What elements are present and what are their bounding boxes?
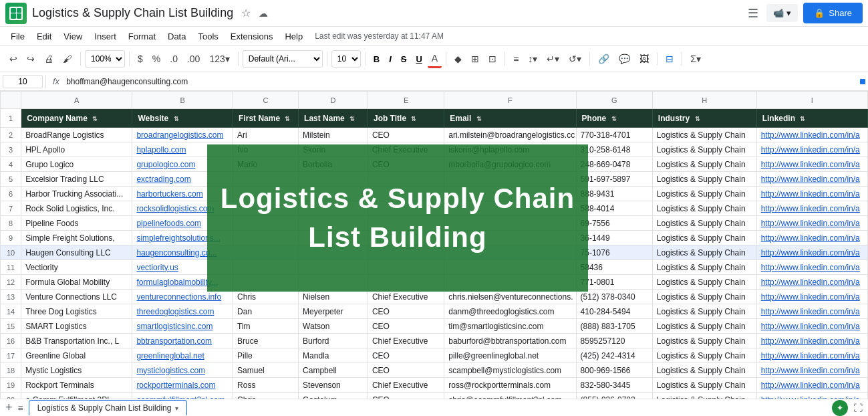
text-color-button[interactable]: A	[428, 50, 442, 68]
undo-button[interactable]: ↩	[5, 51, 21, 67]
col-industry[interactable]: Industry ⇅	[652, 109, 756, 128]
meet-button[interactable]: 📹 ▾	[766, 4, 798, 22]
underline-button[interactable]: U	[412, 51, 426, 67]
align-left-button[interactable]: ≡	[509, 51, 523, 67]
linkedin-cell[interactable]: http://www.linkedin.com/in/a	[756, 157, 867, 172]
col-first-name[interactable]: First Name ⇅	[233, 109, 299, 128]
linkedin-cell[interactable]: http://www.linkedin.com/in/a	[756, 319, 867, 334]
linkedin-cell[interactable]: http://www.linkedin.com/in/a	[756, 393, 867, 399]
table-row[interactable]: 19Rockport Terminalsrockportterminals.co…	[1, 378, 868, 393]
linkedin-cell[interactable]: http://www.linkedin.com/in/a	[756, 363, 867, 378]
borders-button[interactable]: ⊞	[467, 51, 483, 67]
wrap-button[interactable]: ↵▾	[543, 51, 563, 67]
col-website[interactable]: Website ⇅	[132, 109, 233, 128]
website-cell[interactable]: ecommfulfillment3pl.com	[132, 393, 233, 399]
col-header-d[interactable]: D	[299, 92, 368, 109]
document-title[interactable]: Logistics & Supply Chain List Building	[32, 6, 233, 20]
percent-button[interactable]: %	[148, 51, 164, 67]
sheet-list-button[interactable]: ≡	[18, 403, 23, 413]
image-button[interactable]: 🖼	[635, 51, 653, 67]
col-header-g[interactable]: G	[576, 92, 652, 109]
format-number-button[interactable]: 123▾	[205, 51, 233, 67]
linkedin-cell[interactable]: http://www.linkedin.com/in/a	[756, 334, 867, 348]
website-cell[interactable]: bbtransportation.com	[132, 334, 233, 348]
menu-edit[interactable]: Edit	[31, 29, 57, 44]
decimal-more-button[interactable]: .00	[183, 51, 204, 67]
rotate-button[interactable]: ↺▾	[565, 51, 585, 67]
linkedin-cell[interactable]: http://www.linkedin.com/in/a	[756, 216, 867, 231]
col-linkedin[interactable]: Linkedin ⇅	[756, 109, 867, 128]
col-header-b[interactable]: B	[132, 92, 233, 109]
valign-button[interactable]: ↕▾	[524, 51, 541, 67]
decimal-less-button[interactable]: .0	[166, 51, 182, 67]
linkedin-cell[interactable]: http://www.linkedin.com/in/a	[756, 290, 867, 304]
website-cell[interactable]: broadrangelogistics.com	[132, 128, 233, 142]
menu-data[interactable]: Data	[162, 29, 191, 44]
website-cell[interactable]: mysticlogistics.com	[132, 363, 233, 378]
col-header-c[interactable]: C	[233, 92, 299, 109]
font-select[interactable]: Default (Ari...	[243, 50, 323, 68]
menu-view[interactable]: View	[58, 29, 88, 44]
menu-extensions[interactable]: Extensions	[225, 29, 279, 44]
zoom-select[interactable]: 100%	[85, 50, 125, 68]
linkedin-cell[interactable]: http://www.linkedin.com/in/a	[756, 245, 867, 260]
col-header-e[interactable]: E	[368, 92, 444, 109]
col-company-name[interactable]: Company Name ⇅	[21, 109, 132, 128]
linkedin-cell[interactable]: http://www.linkedin.com/in/a	[756, 142, 867, 157]
website-cell[interactable]: rockportterminals.com	[132, 378, 233, 393]
col-phone[interactable]: Phone ⇅	[576, 109, 652, 128]
highlight-button[interactable]: ◆	[450, 51, 466, 67]
menu-tools[interactable]: Tools	[192, 29, 223, 44]
linkedin-cell[interactable]: http://www.linkedin.com/in/a	[756, 304, 867, 319]
linkedin-cell[interactable]: http://www.linkedin.com/in/a	[756, 201, 867, 216]
website-cell[interactable]: greenlineglobal.net	[132, 348, 233, 363]
linkedin-cell[interactable]: http://www.linkedin.com/in/a	[756, 187, 867, 201]
add-sheet-button[interactable]: +	[5, 401, 13, 415]
col-header-f[interactable]: F	[444, 92, 576, 109]
sheet-tab[interactable]: Logistics & Supply Chain List Building ▾	[29, 400, 188, 415]
explore-button[interactable]: ✦	[832, 400, 848, 416]
col-email[interactable]: Email ⇅	[444, 109, 576, 128]
menu-insert[interactable]: Insert	[89, 29, 122, 44]
sum-button[interactable]: Σ▾	[686, 51, 705, 67]
col-header-h[interactable]: H	[652, 92, 756, 109]
print-button[interactable]: 🖨	[40, 51, 57, 67]
linkedin-cell[interactable]: http://www.linkedin.com/in/a	[756, 172, 867, 187]
star-icon[interactable]: ☆	[241, 7, 251, 19]
website-cell[interactable]: threedoglogistics.com	[132, 304, 233, 319]
col-header-a[interactable]: A	[21, 92, 132, 109]
comments-button[interactable]: ☰	[745, 3, 761, 23]
menu-help[interactable]: Help	[279, 29, 308, 44]
table-row[interactable]: 20e-Comm Fulfillment 3PLecommfulfillment…	[1, 393, 868, 399]
menu-format[interactable]: Format	[123, 29, 161, 44]
strikethrough-button[interactable]: S	[397, 51, 411, 67]
table-row[interactable]: 16B&B Transportation Inc., Lbbtransporta…	[1, 334, 868, 348]
bold-button[interactable]: B	[370, 51, 384, 67]
filter-button[interactable]: ⊟	[662, 51, 678, 67]
font-size-select[interactable]: 10	[331, 50, 361, 68]
linkedin-cell[interactable]: http://www.linkedin.com/in/a	[756, 348, 867, 363]
table-row[interactable]: 17Greenline Globalgreenlineglobal.netPil…	[1, 348, 868, 363]
share-button[interactable]: 🔒 Share	[803, 3, 863, 23]
linkedin-cell[interactable]: http://www.linkedin.com/in/a	[756, 260, 867, 275]
merge-button[interactable]: ⊡	[484, 51, 500, 67]
paint-format-button[interactable]: 🖌	[59, 51, 76, 67]
sheet-tab-dropdown[interactable]: ▾	[175, 405, 178, 412]
comment-button[interactable]: 💬	[615, 51, 634, 67]
website-cell[interactable]: smartlogisticsinc.com	[132, 319, 233, 334]
table-row[interactable]: 2BroadRange Logisticsbroadrangelogistics…	[1, 128, 868, 142]
menu-file[interactable]: File	[5, 29, 30, 44]
linkedin-cell[interactable]: http://www.linkedin.com/in/a	[756, 231, 867, 245]
linkedin-cell[interactable]: http://www.linkedin.com/in/a	[756, 275, 867, 290]
link-button[interactable]: 🔗	[594, 51, 613, 67]
italic-button[interactable]: I	[385, 51, 396, 67]
table-row[interactable]: 14Three Dog Logisticsthreedoglogistics.c…	[1, 304, 868, 319]
col-job-title[interactable]: Job Title ⇅	[368, 109, 444, 128]
expand-button[interactable]: ⛶	[853, 403, 863, 413]
linkedin-cell[interactable]: http://www.linkedin.com/in/a	[756, 128, 867, 142]
linkedin-cell[interactable]: http://www.linkedin.com/in/a	[756, 378, 867, 393]
formula-input[interactable]	[66, 77, 855, 86]
cell-reference-input[interactable]: 10	[3, 75, 43, 88]
currency-button[interactable]: $	[134, 51, 147, 67]
table-row[interactable]: 15SMART Logisticssmartlogisticsinc.comTi…	[1, 319, 868, 334]
